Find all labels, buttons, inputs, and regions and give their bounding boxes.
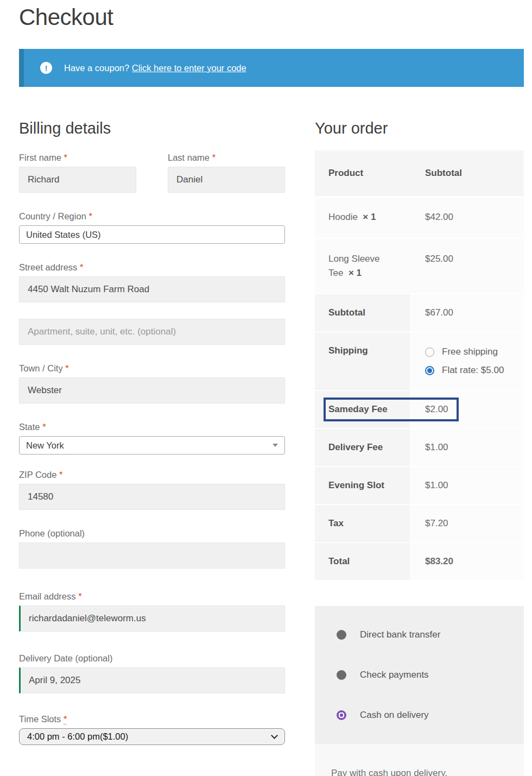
payment-methods: Direct bank transfer Check payments Cash… [315,606,524,776]
delivery-fee-row: Delivery Fee $1.00 [315,429,524,467]
email-field[interactable] [19,605,285,632]
info-icon: ! [40,62,52,74]
first-name-field[interactable] [19,167,136,193]
payment-method-cash-on-delivery[interactable]: Cash on delivery [315,695,524,735]
coupon-banner: ! Have a coupon? Click here to enter you… [19,49,524,87]
street-address-label: Street address * [19,262,285,273]
street-address-2-field[interactable] [19,319,285,345]
zip-field[interactable] [19,484,285,510]
radio-unchecked-icon[interactable] [337,670,346,680]
city-field[interactable] [19,377,285,403]
product-name: Hoodie [328,212,358,222]
radio-unchecked-icon[interactable] [337,630,346,640]
product-subtotal: $25.00 [410,239,524,294]
checkout-page: Checkout ! Have a coupon? Click here to … [0,0,532,776]
radio-checked-icon[interactable] [337,710,346,720]
zip-label: ZIP Code * [19,470,285,480]
flat-rate-option[interactable]: Flat rate: $5.00 [425,365,524,376]
total-row: Total $83.20 [315,543,524,581]
state-select[interactable]: New York [19,436,285,455]
delivery-date-field[interactable] [19,667,285,693]
page-title: Checkout [19,4,524,30]
email-label: Email address * [19,591,285,602]
order-item-row: Hoodie × 1 $42.00 [315,197,524,238]
billing-section: Billing details First name * Last name *… [19,119,285,776]
country-label: Country / Region * [19,211,285,222]
street-address-field[interactable] [19,276,285,302]
phone-label: Phone (optional) [19,528,285,539]
order-section: Your order Product Subtotal Hoodie × 1 $… [315,119,524,776]
payment-description: Pay with cash upon delivery. [315,744,524,776]
time-slots-select[interactable]: 4:00 pm - 6:00 pm($1.00) [19,728,285,745]
subtotal-column-header: Subtotal [410,150,524,196]
product-quantity: × 1 [349,268,362,278]
evening-slot-row: Evening Slot $1.00 [315,467,524,505]
radio-checked-icon[interactable] [425,366,434,375]
phone-field[interactable] [19,542,285,569]
shipping-row: Shipping Free shipping Flat rate: $5.00 [315,332,524,391]
sameday-fee-row: Sameday Fee $2.00 [315,391,524,429]
product-column-header: Product [315,150,410,196]
last-name-label: Last name * [168,153,285,163]
last-name-field[interactable] [168,167,285,193]
chevron-down-icon [273,444,278,447]
order-table-header: Product Subtotal [315,150,524,197]
payment-method-check-payments[interactable]: Check payments [315,655,524,695]
product-quantity: × 1 [363,212,376,222]
city-label: Town / City * [19,363,285,374]
free-shipping-option[interactable]: Free shipping [425,346,524,357]
coupon-text: Have a coupon? Click here to enter your … [64,63,246,73]
product-subtotal: $42.00 [410,197,524,237]
country-select[interactable]: United States (US) [19,225,285,244]
delivery-date-label: Delivery Date (optional) [19,653,285,664]
order-table: Product Subtotal Hoodie × 1 $42.00 Long … [315,150,524,581]
subtotal-row: Subtotal $67.00 [315,294,524,332]
chevron-down-icon [271,732,278,739]
coupon-link[interactable]: Click here to enter your code [132,63,246,73]
order-heading: Your order [315,119,524,137]
order-item-row: Long Sleeve Tee × 1 $25.00 [315,239,524,295]
time-slots-label: Time Slots * [19,714,285,724]
radio-unchecked-icon[interactable] [425,348,434,357]
state-label: State * [19,422,285,432]
billing-heading: Billing details [19,119,285,137]
payment-method-direct-bank-transfer[interactable]: Direct bank transfer [315,615,524,655]
first-name-label: First name * [19,153,136,163]
tax-row: Tax $7.20 [315,505,524,543]
